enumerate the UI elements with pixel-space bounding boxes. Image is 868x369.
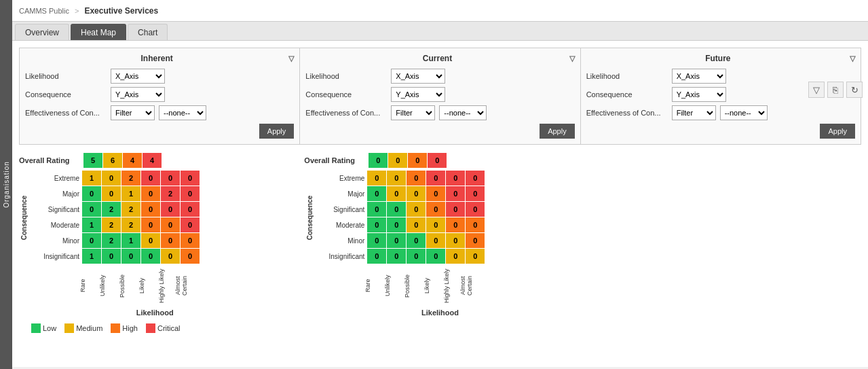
breadcrumb-sep: >	[75, 7, 79, 15]
hm-cell: 0	[161, 171, 180, 186]
future-effectiveness-label: Effectiveness of Con...	[586, 109, 668, 117]
x-label-unlikely: Unlikely	[377, 267, 397, 304]
panel-inherent: Inherent ▽ Likelihood X_Axis Consequence…	[20, 48, 300, 144]
future-apply-button[interactable]: Apply	[820, 124, 855, 139]
future-filter-select[interactable]: Filter	[672, 105, 716, 120]
row-label-extreme: Extreme	[316, 175, 367, 182]
legend-critical: Critical	[146, 323, 181, 333]
table-row: Minor 0 2 1 0 0 0	[31, 233, 200, 248]
hm-cell: 2	[121, 171, 140, 186]
hm-cell: 0	[161, 202, 180, 217]
heatmap-inherent: Overall Rating 5 6 4 4 Consequence	[19, 153, 290, 317]
inherent-overall-cell-1: 6	[103, 153, 122, 168]
row-label-significant: Significant	[316, 206, 367, 213]
hm-cell: 0	[367, 171, 386, 186]
hm-cell: 0	[426, 202, 445, 217]
hm-cell: 0	[161, 249, 180, 264]
inherent-consequence-select[interactable]: Y_Axis	[111, 87, 165, 102]
tab-overview[interactable]: Overview	[15, 24, 69, 40]
row-label-major: Major	[316, 190, 367, 198]
current-overall-cells: 0 0 0 0	[369, 153, 447, 168]
x-label-likely: Likely	[417, 267, 436, 304]
current-x-labels: Rare Unlikely Possible Likely Highly Lik…	[358, 267, 575, 304]
hm-cell: 0	[141, 171, 160, 186]
current-likelihood-select[interactable]: X_Axis	[391, 69, 445, 84]
filter-icon[interactable]: ▽	[808, 82, 825, 98]
inherent-grid-wrapper: Consequence Extreme 1 0 2 0 0 0	[19, 171, 290, 264]
toolbar-right: ▽ ⎘ ↻	[808, 82, 863, 98]
current-consequence-axis: Consequence	[304, 171, 315, 264]
hm-cell: 0	[466, 217, 485, 232]
current-overall-label: Overall Rating	[304, 156, 369, 164]
inherent-likelihood-row: Likelihood X_Axis	[25, 69, 294, 84]
tab-chart[interactable]: Chart	[128, 24, 168, 40]
panel-current-title: Current	[305, 54, 569, 63]
current-none-select[interactable]: --none--	[439, 105, 487, 120]
hm-cell: 0	[387, 186, 406, 201]
table-row: Major 0 0 0 0 0 0	[316, 186, 485, 201]
future-consequence-select[interactable]: Y_Axis	[672, 87, 726, 102]
hm-cell: 0	[446, 249, 465, 264]
hm-cell: 0	[446, 186, 465, 201]
table-row: Moderate 1 2 2 0 0 0	[31, 217, 200, 232]
current-apply-button[interactable]: Apply	[540, 124, 575, 139]
hm-cell: 0	[466, 249, 485, 264]
panel-inherent-filter-icon: ▽	[288, 54, 294, 63]
hm-cell: 0	[161, 217, 180, 232]
hm-cell: 0	[367, 186, 386, 201]
legend-medium-label: Medium	[76, 324, 102, 332]
future-effectiveness-row: Effectiveness of Con... Filter --none--	[586, 105, 855, 120]
panel-current-header: Current ▽	[305, 54, 574, 63]
inherent-filter-select[interactable]: Filter	[111, 105, 155, 120]
hm-cell: 0	[367, 249, 386, 264]
hm-cell: 0	[407, 186, 426, 201]
breadcrumb-org: CAMMS Public	[19, 7, 69, 15]
row-label-moderate: Moderate	[31, 222, 82, 229]
x-label-likely: Likely	[132, 267, 151, 304]
current-consequence-label: Consequence	[305, 90, 387, 99]
current-consequence-select[interactable]: Y_Axis	[391, 87, 445, 102]
hm-cell: 0	[446, 233, 465, 248]
current-filter-select[interactable]: Filter	[391, 105, 435, 120]
inherent-x-labels: Rare Unlikely Possible Likely Highly Lik…	[73, 267, 290, 304]
inherent-none-select[interactable]: --none--	[159, 105, 206, 120]
legend-low-label: Low	[43, 324, 56, 332]
x-label-rare: Rare	[358, 267, 377, 304]
hm-cell: 0	[367, 202, 386, 217]
breadcrumb-title: Executive Services	[84, 6, 158, 16]
panel-inherent-header: Inherent ▽	[25, 54, 294, 63]
top-bar: CAMMS Public > Executive Services	[12, 0, 868, 22]
current-overall-cell-3: 0	[428, 153, 447, 168]
hm-cell: 0	[446, 202, 465, 217]
inherent-apply-button[interactable]: Apply	[259, 124, 295, 139]
panel-current: Current ▽ Likelihood X_Axis Consequence …	[300, 48, 580, 144]
hm-cell: 0	[141, 186, 160, 201]
heatmap-section: Overall Rating 5 6 4 4 Consequence	[19, 153, 861, 317]
current-grid: Extreme 0 0 0 0 0 0 Major 0 0	[316, 171, 485, 264]
current-likelihood-label: Likelihood	[305, 72, 387, 80]
legend-high-box	[111, 323, 120, 333]
inherent-likelihood-select[interactable]: X_Axis	[111, 69, 165, 84]
likelihood-label: Likelihood	[25, 72, 107, 80]
inherent-consequence-axis-label: Consequence	[21, 195, 29, 240]
row-label-major: Major	[31, 190, 82, 198]
panel-inherent-title: Inherent	[25, 54, 288, 63]
hm-cell: 0	[102, 249, 121, 264]
x-label-highly-likely: Highly Likely	[436, 267, 456, 304]
future-likelihood-select[interactable]: X_Axis	[672, 69, 726, 84]
inherent-overall-cell-0: 5	[83, 153, 102, 168]
heatmap-future	[590, 153, 861, 317]
hm-cell: 0	[82, 186, 101, 201]
tab-heatmap[interactable]: Heat Map	[71, 24, 126, 40]
current-overall-cell-0: 0	[369, 153, 388, 168]
copy-icon[interactable]: ⎘	[827, 82, 844, 98]
hm-cell: 0	[387, 202, 406, 217]
inherent-overall-cell-3: 4	[143, 153, 162, 168]
future-none-select[interactable]: --none--	[720, 105, 768, 120]
content-area: ▽ ⎘ ↻ Inherent ▽ Likelihood X_Axis Cons	[12, 41, 868, 367]
hm-cell: 0	[426, 249, 445, 264]
refresh-icon[interactable]: ↻	[846, 82, 863, 98]
hm-cell: 0	[407, 171, 426, 186]
legend-critical-label: Critical	[157, 324, 181, 332]
legend-medium-box	[64, 323, 74, 333]
